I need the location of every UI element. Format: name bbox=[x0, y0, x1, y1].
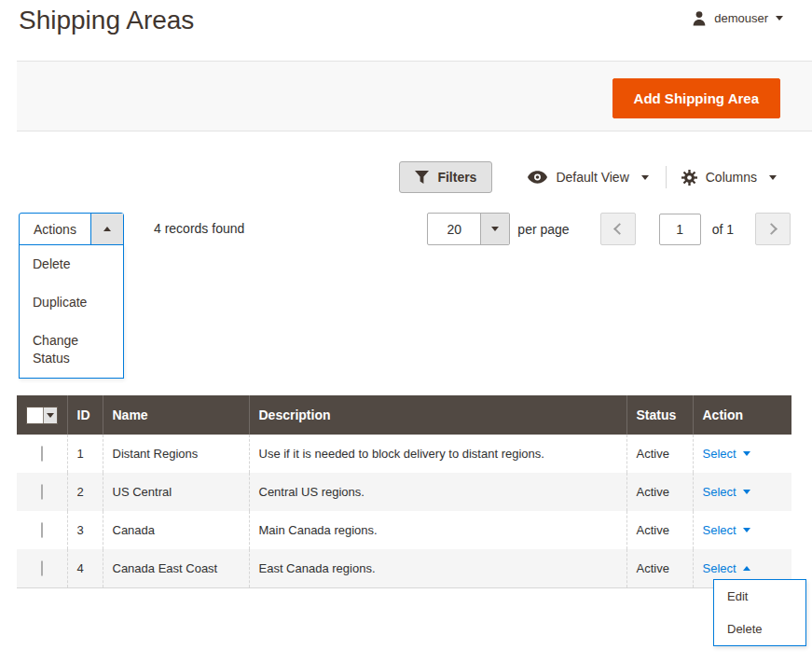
select-label: Select bbox=[703, 447, 736, 461]
table-row: 3 Canada Main Canada regions. Active Sel… bbox=[17, 511, 791, 549]
row-menu-item-edit[interactable]: Edit bbox=[714, 580, 805, 613]
table-header-row: ID Name Description Status Action bbox=[17, 395, 791, 435]
toolbar-divider bbox=[666, 166, 667, 188]
row-select-link[interactable]: Select bbox=[703, 447, 750, 461]
per-page-label: per page bbox=[517, 222, 569, 237]
previous-page-button[interactable] bbox=[600, 213, 636, 245]
chevron-down-icon bbox=[743, 490, 750, 494]
cell-status: Active bbox=[626, 473, 693, 511]
per-page-value: 20 bbox=[428, 214, 480, 244]
chevron-down-icon bbox=[47, 413, 54, 418]
chevron-up-icon bbox=[743, 566, 750, 571]
row-checkbox[interactable] bbox=[41, 522, 43, 538]
cell-id: 4 bbox=[67, 549, 103, 587]
chevron-down-icon bbox=[776, 16, 783, 21]
chevron-right-icon bbox=[765, 223, 778, 235]
select-label: Select bbox=[703, 561, 736, 575]
page: Shipping Areas demouser Add Shipping Are… bbox=[0, 0, 812, 663]
cell-status: Active bbox=[626, 549, 693, 587]
row-checkbox[interactable] bbox=[41, 446, 43, 462]
grid-toolbar: Filters Default View bbox=[399, 161, 777, 193]
select-all-dropdown[interactable] bbox=[43, 407, 57, 423]
user-menu[interactable]: demouser bbox=[692, 10, 783, 26]
bulk-menu-item-delete[interactable]: Delete bbox=[20, 245, 123, 283]
chevron-down-icon bbox=[769, 175, 777, 180]
gear-icon bbox=[681, 170, 697, 186]
cell-name: US Central bbox=[103, 473, 249, 511]
table-row: 1 Distant Regions Use if it is needed to… bbox=[17, 435, 791, 473]
cell-description: Use if it is needed to block delivery to… bbox=[249, 435, 626, 473]
column-header-action[interactable]: Action bbox=[693, 395, 791, 435]
column-header-status[interactable]: Status bbox=[626, 395, 693, 435]
cell-status: Active bbox=[626, 511, 693, 549]
row-checkbox[interactable] bbox=[41, 560, 43, 576]
cell-name: Canada bbox=[103, 511, 249, 549]
chevron-down-icon bbox=[743, 451, 750, 456]
select-label: Select bbox=[703, 523, 736, 537]
row-select-link[interactable]: Select bbox=[703, 523, 750, 537]
column-header-id[interactable]: ID bbox=[67, 395, 103, 435]
bulk-menu-item-duplicate[interactable]: Duplicate bbox=[20, 283, 123, 322]
chevron-down-icon bbox=[641, 175, 649, 180]
bulk-menu-item-change-status[interactable]: Change Status bbox=[20, 322, 123, 378]
select-label: Select bbox=[703, 485, 736, 499]
per-page-select[interactable]: 20 bbox=[427, 213, 510, 245]
bulk-actions-toggle[interactable] bbox=[90, 214, 123, 244]
cell-id: 1 bbox=[67, 435, 103, 473]
column-header-name[interactable]: Name bbox=[103, 395, 249, 435]
view-switcher-label: Default View bbox=[556, 170, 628, 185]
select-all-checkbox[interactable] bbox=[27, 407, 43, 423]
cell-description: East Canada regions. bbox=[249, 549, 626, 587]
user-icon bbox=[692, 10, 707, 26]
user-name: demouser bbox=[714, 11, 768, 25]
chevron-down-icon bbox=[491, 227, 499, 231]
filters-label: Filters bbox=[437, 170, 476, 185]
cell-status: Active bbox=[626, 435, 693, 473]
select-all-header bbox=[17, 395, 67, 435]
cell-name: Distant Regions bbox=[103, 435, 249, 473]
filters-button[interactable]: Filters bbox=[399, 161, 492, 193]
shipping-areas-table: ID Name Description Status Action 1 Dist… bbox=[17, 395, 791, 588]
bulk-actions-menu: Delete Duplicate Change Status bbox=[19, 244, 124, 379]
columns-control[interactable]: Columns bbox=[681, 170, 777, 186]
total-pages-label: of 1 bbox=[712, 222, 734, 237]
view-switcher[interactable]: Default View bbox=[528, 170, 648, 185]
cell-name: Canada East Coast bbox=[103, 549, 249, 587]
row-select-link[interactable]: Select bbox=[703, 485, 750, 499]
select-all-control[interactable] bbox=[26, 407, 58, 424]
row-select-link-open[interactable]: Select bbox=[703, 561, 750, 575]
filter-icon bbox=[415, 171, 429, 184]
row-menu-item-delete[interactable]: Delete bbox=[714, 613, 805, 645]
bulk-actions-label: Actions bbox=[20, 214, 90, 244]
page-title: Shipping Areas bbox=[19, 6, 194, 35]
chevron-left-icon bbox=[613, 223, 626, 235]
row-checkbox[interactable] bbox=[41, 484, 43, 500]
column-header-description[interactable]: Description bbox=[249, 395, 626, 435]
row-action-menu: Edit Delete bbox=[713, 579, 806, 646]
pagination: 20 per page of 1 bbox=[427, 213, 791, 245]
current-page-input[interactable] bbox=[659, 214, 701, 245]
chevron-up-icon bbox=[103, 227, 111, 231]
columns-label: Columns bbox=[706, 170, 757, 185]
table-row: 4 Canada East Coast East Canada regions.… bbox=[17, 549, 791, 587]
add-shipping-area-button[interactable]: Add Shipping Area bbox=[612, 78, 780, 118]
cell-id: 2 bbox=[67, 473, 103, 511]
records-found-text: 4 records found bbox=[154, 221, 244, 236]
cell-description: Central US regions. bbox=[249, 473, 626, 511]
cell-description: Main Canada regions. bbox=[249, 511, 626, 549]
chevron-down-icon bbox=[743, 528, 750, 532]
next-page-button[interactable] bbox=[755, 213, 791, 245]
eye-icon bbox=[528, 171, 547, 184]
per-page-select-arrow[interactable] bbox=[480, 214, 509, 244]
table-row: 2 US Central Central US regions. Active … bbox=[17, 473, 791, 511]
cell-id: 3 bbox=[67, 511, 103, 549]
bulk-actions-button[interactable]: Actions bbox=[19, 213, 124, 245]
